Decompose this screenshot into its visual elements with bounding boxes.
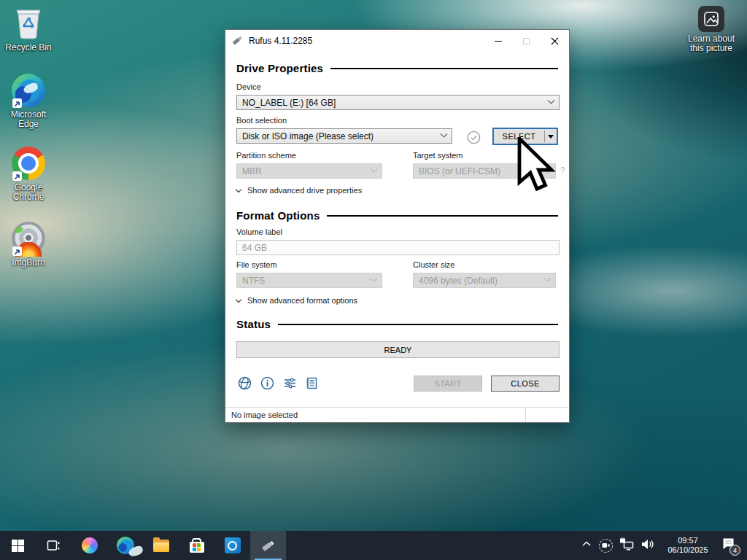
section-title: Drive Properties	[236, 62, 323, 74]
language-globe-icon[interactable]	[237, 376, 252, 390]
section-rule	[327, 215, 558, 217]
chevron-down-icon	[548, 97, 555, 104]
status-bar: No image selected	[225, 407, 569, 422]
boot-selection-select[interactable]: Disk or ISO image (Please select)	[236, 128, 452, 144]
task-view-icon	[47, 539, 61, 552]
meet-now-icon[interactable]	[599, 539, 613, 553]
close-dialog-button[interactable]: CLOSE	[491, 376, 560, 392]
partition-scheme-label: Partition scheme	[236, 151, 296, 160]
status-bar-message: No image selected	[225, 411, 298, 419]
select-dropdown-arrow[interactable]	[545, 129, 557, 144]
help-question-mark: ?	[560, 166, 565, 176]
volume-label-label: Volume label	[236, 228, 282, 236]
windows-logo-icon	[12, 540, 24, 552]
maximize-icon	[523, 38, 530, 44]
network-icon[interactable]	[619, 537, 634, 553]
cluster-size-label: Cluster size	[413, 260, 454, 269]
rufus-app-icon	[232, 34, 244, 47]
boot-selection-label: Boot selection	[236, 116, 287, 125]
copilot-icon	[82, 537, 98, 553]
file-explorer-button[interactable]	[143, 531, 179, 560]
picture-icon	[698, 6, 724, 32]
volume-icon[interactable]	[640, 538, 655, 553]
titlebar[interactable]: Rufus 4.11.2285	[225, 30, 569, 52]
section-title: Status	[236, 318, 271, 330]
cluster-size-select: 4096 bytes (Default)	[413, 273, 556, 288]
status-bar-separator	[525, 408, 569, 422]
about-info-icon[interactable]	[260, 376, 274, 390]
drive-properties-section-header: Drive Properties	[236, 62, 558, 74]
toggle-label: Show advanced format options	[247, 296, 357, 305]
taskbar-edge-button[interactable]	[107, 531, 143, 560]
copilot-button[interactable]	[71, 531, 107, 560]
log-icon[interactable]	[304, 376, 319, 390]
volume-label-value: 64 GB	[242, 243, 267, 253]
shortcut-arrow-icon	[12, 246, 22, 256]
device-label: Device	[236, 82, 261, 91]
progress-status-text: READY	[384, 346, 412, 354]
close-icon	[551, 37, 559, 45]
taskbar: 09:57 06/10/2025 4	[0, 531, 747, 560]
close-button[interactable]	[541, 30, 569, 52]
task-view-button[interactable]	[36, 531, 71, 560]
minimize-button[interactable]	[484, 30, 512, 52]
taskbar-left-group	[0, 531, 286, 560]
advanced-format-options-toggle[interactable]: Show advanced format options	[236, 296, 357, 305]
device-select[interactable]: NO_LABEL (E:) [64 GB]	[236, 95, 560, 110]
start-button-label: START	[434, 379, 461, 388]
file-system-value: NTFS	[242, 276, 265, 286]
desktop-icon-microsoft-edge[interactable]: Microsoft Edge	[0, 73, 57, 129]
file-system-select: NTFS	[236, 273, 382, 288]
target-system-value: BIOS (or UEFI-CSM)	[419, 166, 500, 176]
desktop-icon-label: ImgBurn	[0, 258, 57, 268]
outlook-icon	[225, 537, 241, 553]
microsoft-store-icon	[190, 542, 204, 553]
desktop: Recycle Bin Microsoft Edge Google Chrome…	[0, 0, 747, 560]
chevron-down-icon	[236, 186, 241, 192]
system-tray: 09:57 06/10/2025 4	[581, 531, 747, 560]
file-explorer-icon	[153, 540, 169, 552]
file-system-label: File system	[236, 260, 277, 269]
chevron-down-icon	[371, 275, 378, 282]
shortcut-arrow-icon	[12, 171, 22, 181]
progress-bar: READY	[236, 341, 560, 358]
boot-selection-value: Disk or ISO image (Please select)	[242, 131, 374, 141]
imgburn-icon	[11, 221, 46, 256]
close-button-label: CLOSE	[511, 379, 539, 388]
section-rule	[278, 324, 558, 325]
clock-date: 06/10/2025	[662, 545, 714, 555]
taskbar-rufus-button[interactable]	[250, 531, 286, 560]
window-title: Rufus 4.11.2285	[249, 36, 312, 46]
learn-about-picture-widget[interactable]: Learn about this picture	[681, 6, 742, 53]
chevron-down-icon	[544, 275, 551, 282]
maximize-button	[512, 30, 541, 52]
partition-scheme-value: MBR	[242, 166, 262, 176]
chrome-icon	[11, 146, 46, 181]
action-center-button[interactable]: 4	[721, 537, 738, 554]
triangle-down-icon	[548, 135, 554, 139]
rufus-usb-icon	[260, 537, 276, 553]
chevron-down-icon	[236, 296, 241, 302]
desktop-icon-imgburn[interactable]: ImgBurn	[0, 221, 57, 268]
start-button[interactable]	[0, 531, 36, 560]
section-rule	[330, 68, 558, 69]
select-button[interactable]: SELECT	[492, 128, 558, 145]
desktop-icon-recycle-bin[interactable]: Recycle Bin	[0, 6, 57, 52]
learn-about-label-line2: this picture	[681, 44, 742, 53]
toggle-label: Show advanced drive properties	[247, 186, 362, 195]
desktop-icon-label: Google Chrome	[0, 183, 57, 202]
outlook-button[interactable]	[214, 531, 250, 560]
microsoft-store-button[interactable]	[179, 531, 214, 560]
device-value: NO_LABEL (E:) [64 GB]	[242, 98, 336, 108]
settings-sliders-icon[interactable]	[282, 376, 297, 390]
partition-scheme-select: MBR	[236, 163, 382, 179]
taskbar-clock[interactable]: 09:57 06/10/2025	[662, 536, 714, 555]
advanced-drive-properties-toggle[interactable]: Show advanced drive properties	[236, 186, 362, 195]
desktop-icon-label: Recycle Bin	[0, 43, 57, 52]
tray-chevron-up-icon[interactable]	[581, 539, 592, 552]
volume-label-input[interactable]: 64 GB	[236, 240, 560, 255]
desktop-icon-google-chrome[interactable]: Google Chrome	[0, 146, 57, 202]
format-options-section-header: Format Options	[236, 209, 558, 222]
chevron-down-icon	[371, 166, 378, 173]
status-section-header: Status	[236, 318, 558, 330]
